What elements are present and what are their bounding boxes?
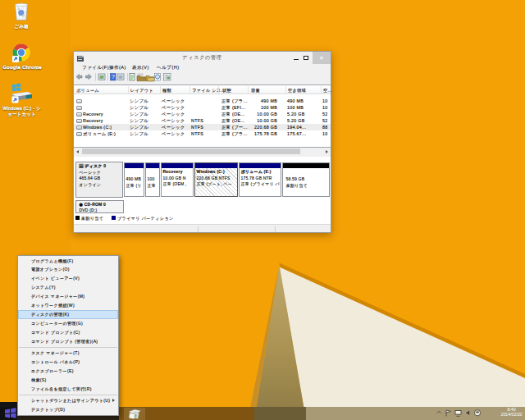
svg-text:?: ? (112, 74, 115, 80)
